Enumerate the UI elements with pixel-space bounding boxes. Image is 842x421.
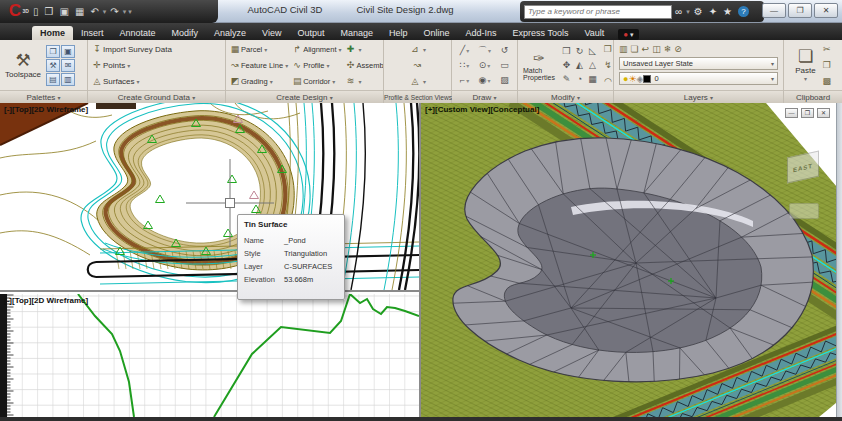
copy-clip-button[interactable]: ❐: [821, 58, 833, 72]
panel-title-draw[interactable]: Draw ▾: [452, 90, 517, 103]
corridor-button[interactable]: ▤ Corridor▾: [291, 74, 341, 88]
viewport-label-3d[interactable]: [+][Custom View][Conceptual]: [425, 105, 539, 114]
tab-vault[interactable]: Vault: [576, 26, 612, 40]
tab-annotate[interactable]: Annotate: [112, 26, 164, 40]
draw-hatch-button[interactable]: ▨: [495, 73, 515, 88]
profile-button[interactable]: ∿ Profile▾: [291, 58, 341, 72]
viewport-label-plan[interactable]: [-][Top][2D Wireframe]: [4, 105, 88, 114]
draw-points-button[interactable]: ∷▾: [455, 58, 475, 73]
close-button[interactable]: ✕: [814, 3, 838, 18]
draw-circle-button[interactable]: ⊙▾: [475, 58, 495, 73]
panel-title-create-ground-data[interactable]: Create Ground Data ▾: [88, 90, 225, 103]
feature-line-button[interactable]: ↝ Feature Line▾: [229, 58, 288, 72]
paste-button[interactable]: ❏ Paste ▾: [793, 42, 817, 88]
tab-view[interactable]: View: [254, 26, 289, 40]
modify-offset-button[interactable]: ◔: [573, 72, 586, 86]
toolspace-button[interactable]: ⚒ Toolspace: [3, 42, 43, 88]
surfaces-button[interactable]: ◬ Surfaces▾: [91, 74, 172, 88]
model-3d-canvas[interactable]: [421, 103, 842, 417]
modify-copy-button[interactable]: ❒: [560, 44, 573, 58]
plot-icon[interactable]: ▦: [72, 1, 87, 23]
viewport-3d-conceptual[interactable]: [+][Custom View][Conceptual] — ❐ ✕ EAST: [421, 103, 842, 417]
cut-button[interactable]: ✂: [821, 42, 833, 56]
modify-fillet-button[interactable]: ◠▾: [602, 74, 613, 88]
modify-scale-button[interactable]: △: [586, 58, 599, 72]
sample-lines-button[interactable]: ↝: [411, 58, 423, 72]
profile-canvas[interactable]: [0, 294, 419, 417]
panel-title-palettes[interactable]: Palettes ▾: [0, 90, 87, 103]
viewport-plan-2d[interactable]: [-][Top][2D Wireframe]: [0, 103, 419, 292]
modify-array-button[interactable]: ▦: [586, 72, 599, 86]
match-properties-button[interactable]: ✑ Match Properties: [521, 42, 557, 88]
search-input[interactable]: [524, 5, 672, 19]
contour-plan-canvas[interactable]: [0, 103, 419, 290]
application-menu-button[interactable]: C 3D: [0, 0, 30, 23]
panel-title-profile-section-views[interactable]: Profile & Section Views: [384, 90, 451, 103]
minimize-button[interactable]: —: [762, 3, 786, 18]
viewcube-east-face[interactable]: EAST: [787, 151, 819, 184]
subscription-wrench-icon[interactable]: ⚙: [691, 6, 706, 17]
draw-polyline-button[interactable]: ⌐▾: [455, 73, 475, 88]
viewport-profile-2d[interactable]: [-][Top][2D Wireframe]: [0, 294, 419, 417]
tab-modify[interactable]: Modify: [164, 26, 207, 40]
palette-toggle-5[interactable]: ▤: [46, 73, 60, 86]
assembly-button[interactable]: ✣ Assembly▾: [345, 58, 383, 72]
open-file-icon[interactable]: ❒: [42, 1, 57, 23]
tab-addins[interactable]: Add-Ins: [458, 26, 505, 40]
qat-customize-icon[interactable]: ▾: [127, 8, 133, 16]
pipe-network-button[interactable]: ≋ ▾: [345, 74, 383, 88]
palette-toggle-3[interactable]: ⚒: [46, 59, 60, 72]
current-layer-dropdown[interactable]: ● ☀ ◈ 0▾: [619, 72, 778, 85]
parcel-button[interactable]: ▦ Parcel▾: [229, 42, 288, 56]
panel-title-clipboard[interactable]: Clipboard: [784, 90, 842, 103]
tab-home[interactable]: Home: [32, 26, 73, 40]
favorites-star-icon[interactable]: ★: [720, 6, 735, 17]
redo-icon[interactable]: ↷: [107, 1, 121, 23]
panel-title-create-design[interactable]: Create Design ▾: [226, 90, 383, 103]
tab-analyze[interactable]: Analyze: [206, 26, 254, 40]
modify-erase-button[interactable]: ✎: [560, 72, 573, 86]
points-button[interactable]: ✛ Points▾: [91, 58, 172, 72]
restore-button[interactable]: ❐: [788, 3, 812, 18]
section-views-button[interactable]: ◬ ▾: [409, 74, 426, 88]
palette-toggle-6[interactable]: ▥: [61, 73, 75, 86]
intersection-button[interactable]: ✚ ▾: [345, 42, 383, 56]
palette-toggle-4[interactable]: ✉: [61, 59, 75, 72]
layer-properties-icon[interactable]: ▥: [619, 44, 628, 54]
viewcube[interactable]: EAST: [783, 148, 823, 186]
palette-toggle-2[interactable]: ▣: [61, 45, 75, 58]
draw-arc-button[interactable]: ⌒▾: [475, 43, 495, 58]
draw-revcloud-button[interactable]: ↺: [495, 43, 515, 58]
layer-previous-icon[interactable]: ↩: [642, 44, 650, 54]
drawing-minimize-button[interactable]: —: [785, 108, 798, 118]
ribbon-display-toggle[interactable]: ● ▾: [618, 29, 638, 40]
viewport-label-profile[interactable]: [-][Top][2D Wireframe]: [4, 296, 88, 305]
navigation-bar[interactable]: [789, 203, 819, 219]
layer-match-icon[interactable]: ❏: [631, 44, 639, 54]
tab-insert[interactable]: Insert: [73, 26, 112, 40]
paste-special-button[interactable]: ▩: [821, 74, 833, 88]
alignment-button[interactable]: ↱ Alignment▾: [291, 42, 341, 56]
layer-off-icon[interactable]: ⊘: [674, 44, 682, 54]
draw-region-button[interactable]: ◉▾: [475, 73, 495, 88]
tab-output[interactable]: Output: [289, 26, 332, 40]
import-survey-data-button[interactable]: ↧ Import Survey Data: [91, 42, 172, 56]
help-icon[interactable]: ?: [738, 6, 749, 17]
modify-rotate-button[interactable]: ↻: [573, 44, 586, 58]
grading-button[interactable]: ◩ Grading▾: [229, 74, 288, 88]
profile-view-button[interactable]: ⊿ ▾: [409, 42, 426, 56]
layer-isolate-icon[interactable]: ◫: [652, 44, 661, 54]
drawing-close-button[interactable]: ✕: [817, 108, 830, 118]
search-icon[interactable]: ∞: [672, 6, 685, 17]
communication-center-icon[interactable]: ✦: [706, 6, 720, 17]
modify-break-button[interactable]: ↯▾: [602, 58, 613, 72]
tab-express-tools[interactable]: Express Tools: [505, 26, 577, 40]
tab-online[interactable]: Online: [416, 26, 458, 40]
modify-trim-button[interactable]: ◺: [586, 44, 599, 58]
draw-rectangle-button[interactable]: ▭: [495, 58, 515, 73]
undo-icon[interactable]: ↶: [87, 1, 101, 23]
palette-toggle-1[interactable]: ❒: [46, 45, 60, 58]
modify-stretch-button[interactable]: ❐▾: [602, 42, 613, 56]
save-icon[interactable]: ▣: [56, 1, 71, 23]
new-file-icon[interactable]: ▯: [30, 1, 42, 23]
